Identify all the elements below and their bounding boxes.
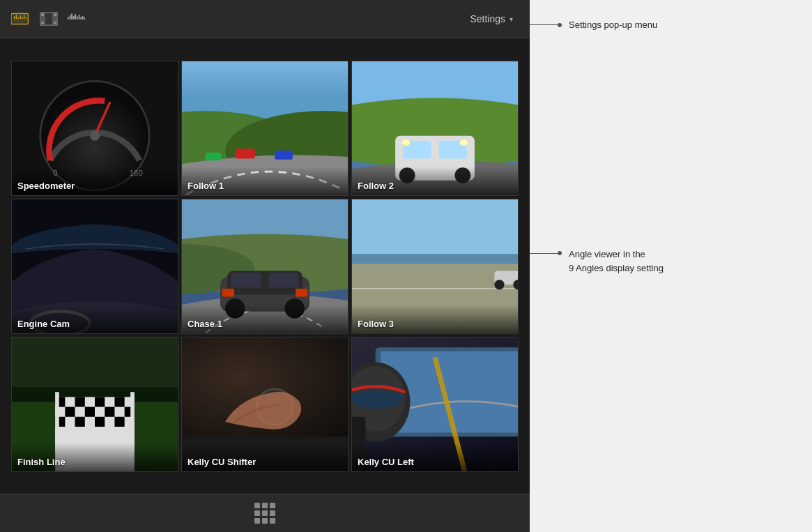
svg-rect-35 <box>235 149 254 158</box>
video-cell-chase[interactable]: Chase 1 <box>181 199 348 334</box>
svg-rect-76 <box>75 397 85 406</box>
speedometer-label: Speedometer <box>12 167 178 195</box>
svg-rect-71 <box>12 337 178 387</box>
finishline-label: Finish Line <box>12 443 178 471</box>
annotation-line-settings <box>530 24 558 25</box>
settings-annotation: Settings pop-up menu <box>530 20 791 30</box>
video-cell-finishline[interactable]: Finish Line <box>11 337 178 472</box>
video-grid: 0 160 Speedometer <box>11 61 519 472</box>
svg-point-68 <box>494 280 504 289</box>
enginecam-label: Engine Cam <box>12 305 178 333</box>
follow2-label: Follow 2 <box>352 167 518 195</box>
svg-rect-37 <box>206 152 222 160</box>
svg-rect-79 <box>65 406 75 416</box>
svg-rect-85 <box>95 416 105 426</box>
chase-label: Chase 1 <box>182 305 348 333</box>
angles-annotation-text: Angle viewer in the9 Angles display sett… <box>569 248 664 275</box>
video-cell-speedometer[interactable]: 0 160 Speedometer <box>11 61 178 196</box>
svg-rect-14 <box>45 13 52 24</box>
kellyleft-label: Kelly CU Left <box>352 443 518 471</box>
video-cell-follow2[interactable]: Follow 2 <box>351 61 519 196</box>
svg-rect-58 <box>269 273 299 287</box>
svg-rect-86 <box>114 416 124 426</box>
grid-dot <box>270 503 275 508</box>
svg-rect-78 <box>114 397 124 406</box>
grid-dot <box>270 510 275 516</box>
video-cell-follow1[interactable]: Follow 1 <box>181 61 348 196</box>
svg-point-47 <box>460 139 468 146</box>
svg-rect-61 <box>222 289 234 296</box>
grid-layout-button[interactable] <box>254 503 275 524</box>
svg-point-46 <box>402 139 410 146</box>
content-area: 0 160 Speedometer <box>0 38 530 494</box>
toolbar: Settings ▾ <box>0 0 530 38</box>
svg-rect-12 <box>54 13 56 16</box>
video-cell-enginecam[interactable]: Engine Cam <box>11 199 178 334</box>
video-cell-follow3[interactable]: Follow 3 <box>351 199 519 334</box>
video-cell-kellyshifter[interactable]: Kelly CU Shifter <box>181 337 348 472</box>
svg-rect-36 <box>275 151 293 160</box>
settings-label: Settings <box>470 13 505 24</box>
kellyshifter-label: Kelly CU Shifter <box>182 443 348 471</box>
svg-rect-77 <box>95 397 105 406</box>
settings-button[interactable]: Settings ▾ <box>464 10 519 27</box>
audio-waveform-icon[interactable] <box>67 9 86 29</box>
svg-rect-80 <box>85 406 95 416</box>
grid-dot <box>254 503 260 508</box>
grid-dot <box>254 510 260 516</box>
annotation-dot-angles <box>558 251 562 255</box>
grid-dot <box>262 510 268 516</box>
toolbar-left <box>11 9 86 29</box>
follow3-label: Follow 3 <box>352 305 518 333</box>
grid-dot <box>270 518 275 524</box>
svg-rect-62 <box>296 289 307 296</box>
annotation-panel: Settings pop-up menu Angle viewer in the… <box>530 0 812 532</box>
svg-rect-81 <box>105 406 114 416</box>
follow1-label: Follow 1 <box>182 167 348 195</box>
film-strip-icon[interactable] <box>39 9 59 29</box>
grid-dot <box>262 518 268 524</box>
settings-chevron: ▾ <box>510 15 513 23</box>
svg-rect-11 <box>41 22 44 24</box>
video-waveform-icon[interactable] <box>11 9 31 29</box>
svg-rect-57 <box>231 273 261 287</box>
svg-rect-10 <box>41 13 44 16</box>
main-panel: Settings ▾ <box>0 0 530 532</box>
angles-annotation: Angle viewer in the9 Angles display sett… <box>530 248 791 275</box>
svg-rect-64 <box>352 199 518 254</box>
video-cell-kellyleft[interactable]: Kelly CU Left <box>351 337 519 472</box>
settings-annotation-text: Settings pop-up menu <box>569 20 657 30</box>
annotation-dot-settings <box>558 23 562 27</box>
svg-rect-84 <box>75 416 85 426</box>
grid-dot <box>262 503 268 508</box>
bottom-bar <box>0 494 530 532</box>
annotation-line-angles <box>530 253 558 254</box>
svg-rect-13 <box>54 22 56 24</box>
svg-point-28 <box>90 130 100 140</box>
grid-dot <box>254 518 260 524</box>
